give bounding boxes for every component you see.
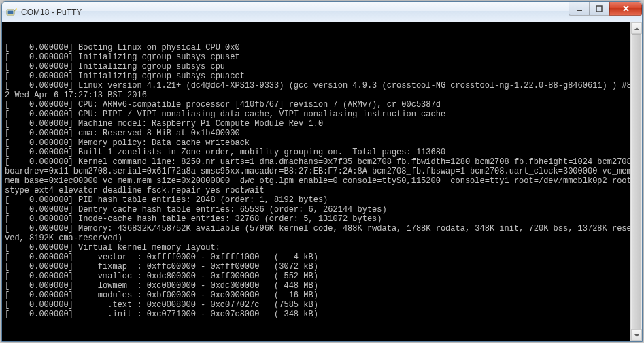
scroll-down-button[interactable] — [631, 329, 642, 341]
scroll-up-button[interactable] — [631, 22, 642, 34]
minimize-button[interactable] — [569, 2, 589, 16]
svg-rect-1 — [8, 10, 14, 14]
putty-icon — [6, 7, 17, 18]
svg-rect-5 — [596, 6, 602, 12]
scrollbar-track[interactable] — [631, 34, 642, 329]
maximize-button[interactable] — [589, 2, 609, 16]
terminal-output: [ 0.000000] Booting Linux on physical CP… — [5, 43, 639, 319]
vertical-scrollbar[interactable] — [630, 22, 642, 341]
svg-rect-4 — [577, 10, 582, 11]
svg-point-3 — [16, 8, 17, 10]
window-title: COM18 - PuTTY — [21, 7, 569, 17]
window-controls — [569, 2, 642, 16]
close-button[interactable] — [609, 2, 642, 16]
scrollbar-thumb[interactable] — [632, 34, 641, 329]
titlebar[interactable]: COM18 - PuTTY — [2, 2, 642, 22]
terminal-area[interactable]: [ 0.000000] Booting Linux on physical CP… — [2, 22, 642, 341]
putty-window: COM18 - PuTTY [ 0.000000] Booting Linux … — [1, 1, 643, 342]
